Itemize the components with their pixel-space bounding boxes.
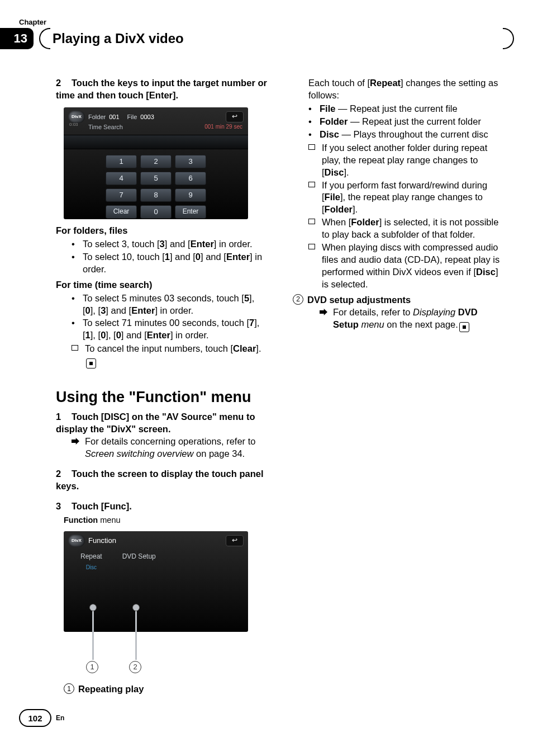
elapsed-tiny: 0:03 [69, 122, 78, 128]
repeat-label: Repeat [80, 552, 102, 561]
func-step-2: 2Touch the screen to display the touch p… [56, 468, 268, 493]
page-lang: En [56, 714, 64, 722]
time-search-value: 001 min 29 sec [204, 123, 242, 131]
repeat-disc-bullet: Disc — Plays throughout the current disc [308, 129, 505, 141]
time-search-screenshot: DivX Folder 001 File 0003 ↩ 0:03 Time Se… [64, 107, 248, 219]
callout-num-1: 1 [86, 661, 98, 673]
circled-1: 1 [64, 683, 74, 694]
key-enter[interactable]: Enter [175, 205, 206, 219]
function-menu-caption: Function menu [64, 515, 268, 526]
repeating-play-label: Repeating play [78, 683, 144, 696]
pill-left-decoration [39, 28, 50, 49]
folder-value: 001 [109, 113, 119, 121]
key-5[interactable]: 5 [140, 172, 172, 185]
file-label: File [127, 113, 137, 121]
circled-2: 2 [293, 294, 303, 305]
function-title: Function [88, 536, 116, 545]
repeat-note-4: When playing discs with compressed audio… [308, 242, 505, 291]
section-end-icon [86, 358, 96, 368]
divx-logo-icon: DivX [68, 535, 85, 547]
time-bullet-1: To select 5 minutes 03 seconds, touch [5… [72, 292, 268, 317]
key-2[interactable]: 2 [140, 155, 172, 168]
dvd-setup-item-heading: 2 DVD setup adjustments [293, 294, 505, 306]
page-number: 102 [19, 709, 51, 727]
file-value: 0003 [140, 113, 154, 121]
callout-line-2 [132, 604, 140, 660]
key-8[interactable]: 8 [140, 188, 172, 202]
chapter-number: 13 [0, 28, 34, 49]
function-menu-heading: Using the "Function" menu [56, 388, 268, 408]
key-clear[interactable]: Clear [106, 205, 137, 219]
repeat-note-1: If you select another folder during repe… [308, 142, 505, 179]
func-step-3: 3Touch [Func]. [56, 500, 268, 513]
left-column: 2Touch the keys to input the target numb… [56, 77, 268, 694]
folders-bullet-1: To select 3, touch [3] and [Enter] in or… [72, 238, 268, 251]
time-square-note: To cancel the input numbers, touch [Clea… [72, 343, 268, 368]
key-4[interactable]: 4 [106, 172, 137, 185]
step-2-number: 2 [56, 77, 72, 89]
folders-bullet-2: To select 10, touch [1] and [0] and [Ent… [72, 251, 268, 276]
divx-logo-icon: DivX [68, 111, 85, 123]
chapter-title: Playing a DivX video [50, 31, 184, 46]
func-step-2-number: 2 [56, 468, 72, 480]
keypad: 1 2 3 4 5 6 7 8 9 Clear 0 Enter [64, 149, 248, 226]
func-step-3-number: 3 [56, 500, 72, 513]
dvd-setup-item[interactable]: DVD Setup [122, 552, 156, 571]
for-time-heading: For time (time search) [56, 279, 268, 291]
section-end-icon [459, 322, 469, 332]
func-step-1-ref: For details concerning operations, refer… [72, 436, 268, 460]
chapter-title-bar: Playing a DivX video [39, 28, 514, 49]
repeat-note-2: If you perform fast forward/rewind durin… [308, 179, 505, 216]
step-2: 2Touch the keys to input the target numb… [56, 77, 268, 102]
repeat-note-3: When [Folder] is selected, it is not pos… [308, 216, 505, 241]
key-0[interactable]: 0 [140, 205, 172, 219]
key-1[interactable]: 1 [106, 155, 137, 168]
func-step-1-number: 1 [56, 411, 72, 423]
step-2-text: Touch the keys to input the target numbe… [56, 78, 267, 100]
dvd-setup-heading: DVD setup adjustments [307, 294, 411, 306]
repeat-intro: Each touch of [Repeat] changes the setti… [308, 77, 505, 102]
key-7[interactable]: 7 [106, 188, 137, 202]
key-6[interactable]: 6 [175, 172, 206, 185]
repeating-play-item: 1 Repeating play [64, 683, 268, 696]
callout-num-2: 2 [129, 661, 141, 673]
right-column: Each touch of [Repeat] changes the setti… [293, 77, 505, 694]
repeat-folder-bullet: Folder — Repeat just the current folder [308, 116, 505, 128]
func-step-2-text: Touch the screen to display the touch pa… [56, 469, 264, 491]
time-bullet-2: To select 71 minutes 00 seconds, touch [… [72, 317, 268, 342]
func-step-1-text: Touch [DISC] on the "AV Source" menu to … [56, 412, 255, 434]
key-3[interactable]: 3 [175, 155, 206, 168]
repeat-file-bullet: File — Repeat just the current file [308, 103, 505, 115]
repeat-item[interactable]: Repeat Disc [80, 552, 102, 571]
page-footer: 102 En [19, 709, 64, 727]
title-spacer [184, 28, 503, 49]
time-search-label: Time Search [88, 123, 123, 131]
repeat-value: Disc [86, 564, 97, 571]
dvd-setup-label: DVD Setup [122, 552, 156, 561]
func-step-1: 1Touch [DISC] on the "AV Source" menu to… [56, 411, 268, 436]
key-9[interactable]: 9 [175, 188, 206, 202]
back-icon[interactable]: ↩ [226, 535, 244, 546]
chapter-label: Chapter [19, 18, 46, 26]
dvd-setup-ref: For details, refer to Displaying DVD Set… [320, 306, 505, 332]
callout-line-1 [89, 604, 97, 660]
back-icon[interactable]: ↩ [226, 111, 244, 122]
func-step-3-text: Touch [Func]. [72, 501, 132, 511]
pill-right-decoration [503, 28, 514, 49]
function-callouts: 1 2 [64, 637, 248, 680]
folder-label: Folder [88, 113, 106, 121]
for-folders-heading: For folders, files [56, 225, 268, 237]
